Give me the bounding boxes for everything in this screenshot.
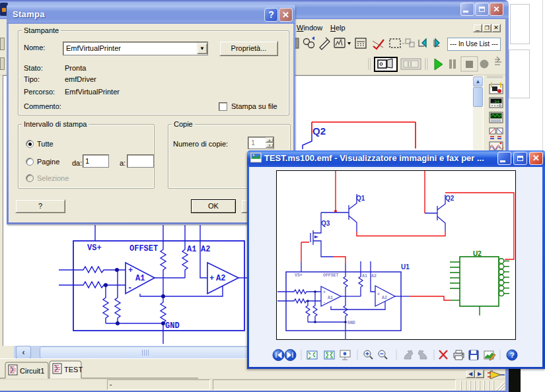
svg-text:?: ?: [510, 351, 515, 359]
svg-text:Circuit1: Circuit1: [20, 367, 44, 375]
svg-text:.04: .04: [492, 100, 499, 104]
svg-text:TEST: TEST: [64, 366, 83, 374]
